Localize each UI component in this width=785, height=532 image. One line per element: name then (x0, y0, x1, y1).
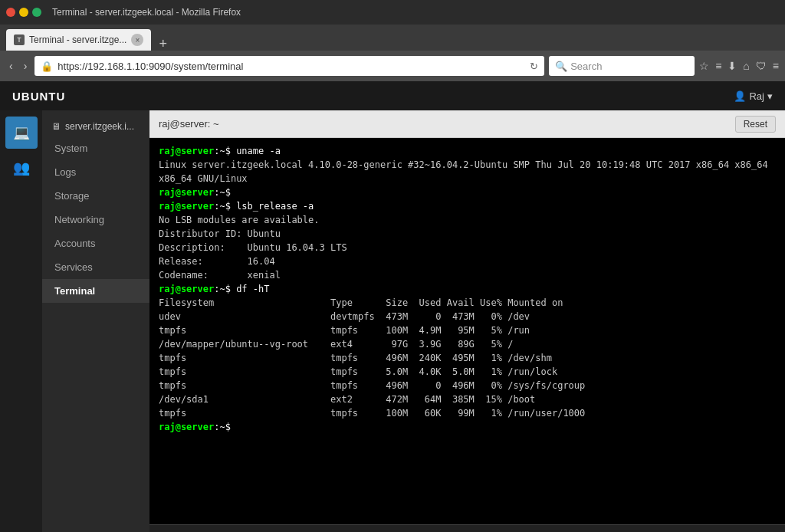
terminal-scrollbar[interactable] (149, 524, 785, 532)
terminal-breadcrumb: raj@server: ~ (159, 118, 219, 130)
menu-icon[interactable]: ≡ (773, 60, 779, 72)
window-title: Terminal - server.itzgeek.local - Mozill… (52, 7, 241, 18)
nav-item-storage[interactable]: Storage (42, 184, 149, 208)
main-layout: 💻 👥 🖥 server.itzgeek.i... System Logs St… (0, 110, 785, 532)
home-icon[interactable]: ⌂ (743, 60, 749, 72)
lock-icon: 🔒 (41, 61, 53, 72)
nav-item-services[interactable]: Services (42, 255, 149, 279)
terminal-header: raj@server: ~ Reset (149, 110, 785, 138)
url-text: https://192.168.1.10:9090/system/termina… (57, 61, 525, 72)
search-icon: 🔍 (555, 61, 567, 72)
chevron-down-icon: ▾ (767, 90, 773, 102)
reload-button[interactable]: ↻ (530, 61, 538, 72)
bookmark-icon[interactable]: ☆ (699, 60, 709, 72)
sidebar-icon-dashboard[interactable]: 💻 (5, 117, 38, 149)
terminal-output: raj@server:~$ uname -a Linux server.itzg… (159, 144, 776, 434)
reader-icon[interactable]: ≡ (715, 60, 721, 72)
server-icon: 🖥 (51, 121, 61, 132)
download-icon[interactable]: ⬇ (728, 60, 737, 72)
reset-button[interactable]: Reset (735, 116, 776, 133)
toolbar-icons: ☆ ≡ ⬇ ⌂ 🛡 ≡ (699, 60, 779, 72)
search-box[interactable]: 🔍 Search (549, 56, 695, 76)
nav-item-logs[interactable]: Logs (42, 160, 149, 184)
minimize-button[interactable] (19, 8, 28, 17)
new-tab-button[interactable]: + (154, 37, 172, 51)
forward-button[interactable]: › (21, 58, 31, 74)
traffic-lights (6, 8, 41, 17)
nav-item-terminal[interactable]: Terminal (42, 279, 149, 303)
sidebar-nav: 🖥 server.itzgeek.i... System Logs Storag… (42, 110, 149, 532)
shield-icon[interactable]: 🛡 (756, 60, 767, 72)
app-header: UBUNTU 👤 Raj ▾ (0, 81, 785, 110)
user-menu[interactable]: 👤 Raj ▾ (734, 90, 773, 102)
active-tab[interactable]: T Terminal - server.itzge... × (6, 29, 151, 51)
username: Raj (749, 90, 764, 102)
user-icon: 👤 (734, 90, 746, 102)
app-logo: UBUNTU (12, 90, 65, 103)
sidebar-icons: 💻 👥 (0, 110, 42, 532)
address-bar: ‹ › 🔒 https://192.168.1.10:9090/system/t… (0, 51, 785, 81)
nav-item-accounts[interactable]: Accounts (42, 232, 149, 255)
server-label: 🖥 server.itzgeek.i... (42, 117, 149, 136)
server-name: server.itzgeek.i... (65, 121, 134, 132)
tab-favicon: T (14, 34, 25, 45)
content-area: raj@server: ~ Reset raj@server:~$ uname … (149, 110, 785, 532)
sidebar-icon-users[interactable]: 👥 (5, 152, 38, 184)
tab-label: Terminal - server.itzge... (29, 34, 126, 45)
back-button[interactable]: ‹ (6, 58, 16, 74)
maximize-button[interactable] (32, 8, 41, 17)
close-button[interactable] (6, 8, 15, 17)
tab-close-button[interactable]: × (131, 34, 143, 46)
nav-item-system[interactable]: System (42, 136, 149, 160)
tab-bar: T Terminal - server.itzge... × + (0, 25, 785, 51)
url-box[interactable]: 🔒 https://192.168.1.10:9090/system/termi… (34, 56, 544, 76)
nav-item-networking[interactable]: Networking (42, 208, 149, 232)
search-placeholder: Search (570, 61, 602, 72)
title-bar: Terminal - server.itzgeek.local - Mozill… (0, 0, 785, 25)
terminal-content[interactable]: raj@server:~$ uname -a Linux server.itzg… (149, 138, 785, 524)
